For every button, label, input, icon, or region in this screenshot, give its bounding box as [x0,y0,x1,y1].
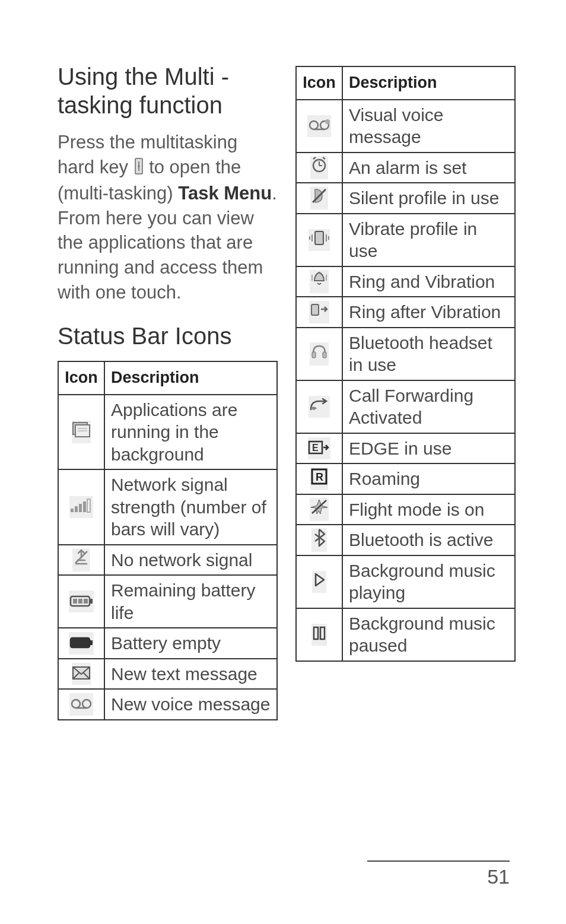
cell-description: Roaming [342,463,515,494]
th-description: Description [104,361,277,395]
cell-description: An alarm is set [342,153,515,183]
table-row: Background music paused [296,608,515,661]
table-row: Silent profile in use [296,183,515,214]
battery-empty-icon [69,632,94,655]
table-row: E EDGE in use [296,433,515,464]
svg-rect-9 [79,504,82,512]
cell-description: Visual voice message [342,100,515,153]
svg-text:R: R [316,471,323,483]
svg-rect-18 [71,638,90,647]
table-row: Ring and Vibration [296,266,515,297]
cell-description: New text message [104,659,277,690]
cell-description: Flight mode is on [342,494,515,525]
status-icon-table-left: Icon Description Applications are runnin… [58,361,278,720]
music-paused-icon [311,624,327,646]
cell-description: Bluetooth headset in use [342,328,515,380]
cell-description: Call Forwarding Activated [342,380,515,433]
cell-description: Background music playing [342,555,515,608]
svg-line-31 [313,157,316,159]
svg-rect-11 [87,499,90,512]
call-forwarding-icon [309,396,330,418]
bluetooth-active-icon [311,528,327,553]
section-heading-multitasking: Using the Multi - tasking function [58,62,278,119]
cell-description: Ring and Vibration [342,266,515,297]
roaming-icon: R [310,468,328,491]
svg-point-22 [82,700,91,708]
alarm-clock-icon [310,156,328,179]
svg-text:E: E [312,443,319,453]
table-row: Flight mode is on [296,494,515,525]
apps-running-icon [72,421,91,443]
cell-description: Applications are running in the backgrou… [104,395,277,470]
cell-description: Remaining battery life [104,575,277,628]
cell-description: Bluetooth is active [342,525,515,555]
visual-voicemail-icon [307,115,331,138]
svg-point-2 [138,165,139,167]
svg-rect-7 [71,509,74,512]
envelope-icon [72,663,91,685]
ring-vibration-icon [310,270,329,293]
multitasking-paragraph: Press the multitasking hard key to open … [58,130,278,305]
th-description: Description [342,66,515,100]
table-row: Bluetooth is active [296,525,515,555]
svg-rect-42 [312,352,316,358]
signal-bars-icon [69,496,93,519]
no-signal-icon [72,548,90,571]
table-row: New text message [58,659,277,690]
svg-point-21 [72,700,80,708]
cell-description: No network signal [104,545,277,576]
svg-rect-34 [315,231,323,245]
status-icon-table-right: Icon Description Visual voice message An… [295,66,516,662]
svg-rect-15 [73,599,77,604]
svg-rect-50 [320,627,325,639]
svg-rect-16 [78,599,82,604]
th-icon: Icon [58,361,104,395]
svg-rect-17 [84,599,88,604]
svg-rect-41 [311,304,319,315]
para1-bold: Task Menu [178,183,272,204]
table-row: Bluetooth headset in use [296,328,515,380]
cell-description: Battery empty [104,628,277,659]
edge-icon: E [308,437,330,460]
cell-description: Ring after Vibration [342,297,515,328]
table-row: Network signal strength (number of bars … [58,469,277,545]
table-row: Ring after Vibration [296,297,515,328]
table-row: Visual voice message [296,100,515,153]
multitask-key-icon [135,156,143,181]
cell-description: Silent profile in use [342,183,515,214]
cell-description: Background music paused [342,608,515,661]
svg-point-27 [325,119,330,124]
flight-mode-icon [310,498,329,521]
svg-point-24 [310,121,318,129]
section-heading-status-icons: Status Bar Icons [58,322,278,350]
table-row: No network signal [58,545,277,576]
bluetooth-headset-icon [310,342,329,366]
table-row: An alarm is set [296,153,515,183]
table-row: Call Forwarding Activated [296,380,515,433]
table-row: Vibrate profile in use [296,214,515,266]
svg-line-32 [323,157,325,159]
svg-rect-43 [323,352,326,358]
voicemail-icon [69,693,93,716]
cell-description: Vibrate profile in use [342,214,515,266]
silent-profile-icon [310,187,328,210]
vibrate-profile-icon [309,229,330,252]
cell-description: EDGE in use [342,433,515,464]
svg-rect-49 [314,627,318,639]
table-row: Applications are running in the backgrou… [58,395,277,470]
svg-rect-14 [90,599,93,604]
table-row: New voice message [58,689,277,720]
table-row: Remaining battery life [58,575,277,628]
svg-rect-8 [75,506,78,512]
ring-after-vibration-icon [309,301,329,324]
svg-rect-10 [83,501,86,512]
cell-description: Network signal strength (number of bars … [104,469,277,545]
cell-description: New voice message [104,689,277,720]
svg-rect-19 [90,640,93,645]
th-icon: Icon [296,66,342,100]
table-row: Background music playing [296,555,515,608]
table-row: R Roaming [296,463,515,494]
battery-full-icon [69,590,94,613]
page-number: 51 [367,861,510,888]
music-playing-icon [312,571,326,593]
